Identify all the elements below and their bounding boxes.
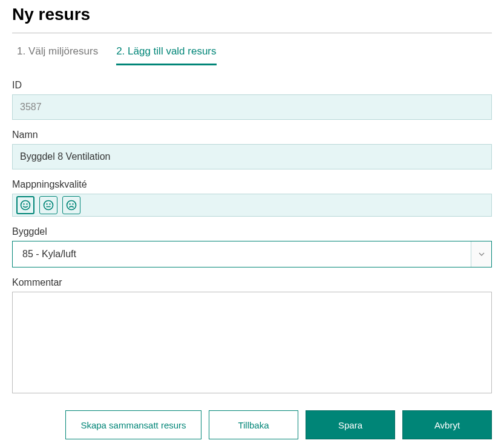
happy-face-icon (19, 199, 31, 211)
quality-selector (12, 194, 492, 217)
id-field[interactable] (12, 94, 492, 120)
button-row: Skapa sammansatt resurs Tillbaka Spara A… (12, 410, 492, 439)
kommentar-label: Kommentar (12, 277, 492, 288)
svg-point-2 (27, 204, 27, 205)
cancel-button[interactable]: Avbryt (402, 410, 492, 439)
byggdel-select[interactable]: 85 - Kyla/luft (12, 241, 492, 267)
quality-label: Mappningskvalité (12, 179, 492, 190)
svg-point-8 (70, 204, 70, 205)
svg-point-9 (73, 204, 73, 205)
kommentar-field[interactable] (12, 292, 492, 393)
byggdel-label: Byggdel (12, 226, 492, 237)
byggdel-arrow (471, 241, 491, 267)
svg-point-3 (44, 201, 53, 210)
neutral-face-icon (42, 199, 54, 211)
svg-point-7 (67, 201, 76, 210)
id-label: ID (12, 80, 492, 91)
tab-select-resource[interactable]: 1. Välj miljöresurs (17, 45, 98, 65)
svg-point-1 (24, 204, 24, 205)
tab-bar: 1. Välj miljöresurs 2. Lägg till vald re… (12, 45, 492, 65)
tab-add-resource[interactable]: 2. Lägg till vald resurs (116, 45, 216, 65)
save-button[interactable]: Spara (306, 410, 395, 439)
namn-label: Namn (12, 130, 492, 140)
sad-face-icon (65, 199, 77, 211)
quality-happy-button[interactable] (16, 196, 34, 214)
page-title: Ny resurs (12, 0, 492, 33)
chevron-down-icon (477, 249, 486, 259)
quality-sad-button[interactable] (62, 196, 80, 214)
create-composite-button[interactable]: Skapa sammansatt resurs (65, 410, 201, 439)
svg-point-4 (47, 204, 47, 205)
byggdel-selected-value: 85 - Kyla/luft (13, 241, 471, 267)
svg-point-0 (21, 201, 30, 210)
back-button[interactable]: Tillbaka (209, 410, 298, 439)
namn-field[interactable] (12, 144, 492, 169)
svg-point-5 (50, 204, 50, 205)
quality-neutral-button[interactable] (39, 196, 57, 214)
